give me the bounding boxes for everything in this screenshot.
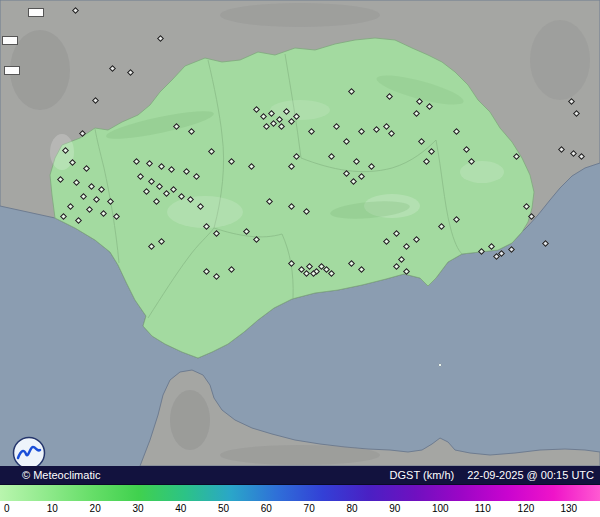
timestamp-label: 22-09-2025 @ 00:15 UTC — [467, 469, 594, 481]
scale-value-label: 110 — [475, 503, 491, 514]
alboran-island — [438, 363, 442, 367]
scale-value-label: 50 — [218, 503, 229, 514]
geography-svg — [0, 0, 600, 466]
scale-tick-labels: 0102030405060708090100110120130 — [0, 501, 600, 517]
scale-value-label: 120 — [518, 503, 535, 514]
scale-value-label: 0 — [4, 503, 10, 514]
copyright-text: © Meteoclimatic — [22, 466, 100, 484]
scale-value-label: 10 — [47, 503, 58, 514]
weather-map-screen: © Meteoclimatic DGST (km/h) 22-09-2025 @… — [0, 0, 600, 517]
wave-logo-icon — [12, 436, 46, 470]
scale-value-label: 20 — [90, 503, 101, 514]
product-label: DGST (km/h) — [390, 469, 455, 481]
meteoclimatic-logo[interactable] — [12, 436, 46, 470]
info-bar: © Meteoclimatic DGST (km/h) 22-09-2025 @… — [0, 466, 600, 484]
scale-value-label: 100 — [432, 503, 449, 514]
station-label-box[interactable] — [4, 66, 20, 75]
station-label-box[interactable] — [2, 36, 18, 45]
scale-value-label: 70 — [304, 503, 315, 514]
map-area — [0, 0, 600, 466]
scale-value-label: 130 — [560, 503, 577, 514]
product-info: DGST (km/h) 22-09-2025 @ 00:15 UTC — [380, 466, 594, 484]
wind-gust-color-scale — [0, 484, 600, 501]
scale-value-label: 80 — [346, 503, 357, 514]
scale-value-label: 40 — [175, 503, 186, 514]
scale-value-label: 90 — [389, 503, 400, 514]
station-label-box[interactable] — [28, 8, 44, 17]
scale-value-label: 60 — [261, 503, 272, 514]
scale-value-label: 30 — [132, 503, 143, 514]
